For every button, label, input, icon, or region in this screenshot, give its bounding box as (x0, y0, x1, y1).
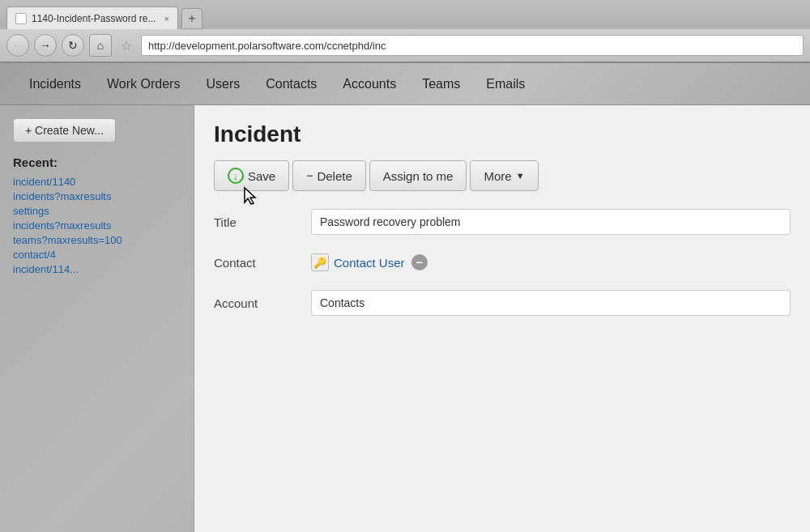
star-icon: ☆ (121, 38, 132, 53)
recent-link-3[interactable]: settings (13, 205, 181, 217)
account-value[interactable]: Contacts (311, 290, 791, 316)
create-new-label: + Create New... (25, 124, 104, 137)
create-new-button[interactable]: + Create New... (13, 118, 116, 143)
nav-accounts-label: Accounts (343, 77, 396, 92)
save-label: Save (248, 169, 275, 183)
sidebar-item-contacts[interactable]: Contacts (253, 63, 330, 104)
sidebar: + Create New... Recent: incident/1140 in… (0, 105, 194, 532)
home-button[interactable]: ⌂ (89, 34, 112, 57)
nav-incidents-label: Incidents (29, 77, 81, 92)
nav-teams-label: Teams (422, 77, 460, 92)
tab-close-button[interactable]: × (164, 14, 168, 23)
address-bar-row: ← → ↻ ⌂ ☆ (0, 29, 810, 62)
address-input[interactable] (141, 35, 804, 56)
sidebar-item-emails[interactable]: Emails (473, 63, 538, 104)
contact-user-link[interactable]: Contact User (334, 256, 405, 270)
more-chevron-icon: ▼ (516, 171, 525, 181)
refresh-icon: ↻ (68, 39, 78, 52)
title-row: Title Password recovery problem (214, 207, 791, 236)
back-button[interactable]: ← (6, 34, 29, 57)
nav-users-label: Users (206, 77, 240, 92)
title-value[interactable]: Password recovery problem (311, 209, 791, 235)
sidebar-item-work-orders[interactable]: Work Orders (94, 63, 193, 104)
assign-to-me-label: Assign to me (383, 169, 454, 183)
contact-row: Contact 🔑 Contact User − (214, 248, 791, 277)
delete-button[interactable]: − Delete (292, 160, 366, 191)
nav-contacts-label: Contacts (266, 77, 317, 92)
sidebar-item-incidents[interactable]: Incidents (16, 63, 94, 104)
recent-link-5[interactable]: teams?maxresults=100 (13, 234, 181, 246)
recent-link-6[interactable]: contact/4 (13, 249, 181, 261)
delete-label: Delete (317, 169, 352, 183)
tab-title: 1140-Incident-Password re... (32, 13, 156, 24)
forward-button[interactable]: → (34, 34, 57, 57)
title-label: Title (214, 215, 311, 229)
nav-emails-label: Emails (486, 77, 525, 92)
contact-value: 🔑 Contact User − (311, 249, 791, 275)
refresh-button[interactable]: ↻ (62, 34, 84, 57)
recent-link-7[interactable]: incident/114... (13, 263, 181, 275)
recent-link-1[interactable]: incident/1140 (13, 176, 181, 188)
remove-contact-button[interactable]: − (411, 254, 428, 270)
contact-key-icon: 🔑 (311, 253, 329, 271)
recent-link-4[interactable]: incidents?maxresults (13, 219, 181, 232)
content-panel: Incident ↓ Save − Delete Assign to me (194, 105, 810, 532)
account-label: Account (214, 296, 311, 310)
sidebar-item-users[interactable]: Users (193, 63, 253, 104)
app-area: Incidents Work Orders Users Contacts Acc… (0, 63, 810, 532)
nav-work-orders-label: Work Orders (107, 77, 180, 92)
sidebar-item-teams[interactable]: Teams (409, 63, 473, 104)
account-row: Account Contacts (214, 288, 791, 317)
active-tab[interactable]: 1140-Incident-Password re... × (6, 6, 178, 29)
save-button[interactable]: ↓ Save (214, 160, 289, 191)
forward-icon: → (40, 39, 51, 52)
contact-label: Contact (214, 256, 311, 270)
page-title: Incident (214, 121, 791, 147)
recent-link-2[interactable]: incidents?maxresults (13, 190, 181, 202)
new-tab-button[interactable]: + (181, 8, 202, 29)
browser-chrome: 1140-Incident-Password re... × + ← → ↻ ⌂… (0, 0, 810, 63)
home-icon: ⌂ (97, 39, 104, 52)
back-icon: ← (12, 39, 23, 52)
action-buttons: ↓ Save − Delete Assign to me More ▼ (214, 160, 791, 191)
more-button[interactable]: More ▼ (470, 160, 538, 191)
delete-icon: − (306, 169, 313, 182)
save-icon: ↓ (228, 168, 244, 184)
sidebar-item-accounts[interactable]: Accounts (330, 63, 409, 104)
tab-icon (15, 13, 27, 24)
main-content: + Create New... Recent: incident/1140 in… (0, 105, 810, 532)
nav-bar: Incidents Work Orders Users Contacts Acc… (0, 63, 810, 105)
bookmark-button[interactable]: ☆ (117, 36, 136, 55)
more-label: More (484, 169, 511, 183)
recent-heading: Recent: (13, 155, 181, 169)
assign-to-me-button[interactable]: Assign to me (369, 160, 467, 191)
tab-bar: 1140-Incident-Password re... × + (0, 0, 810, 29)
